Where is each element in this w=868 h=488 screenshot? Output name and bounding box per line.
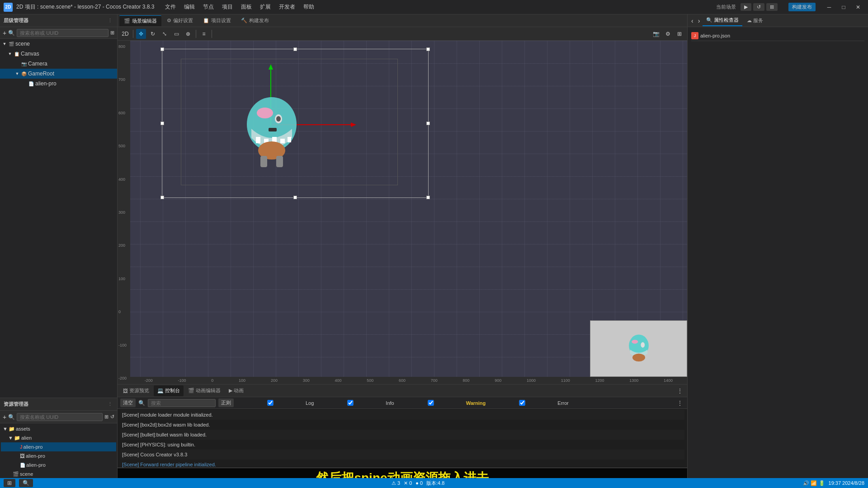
btn-2d[interactable]: 2D bbox=[120, 29, 130, 39]
build-publish-button[interactable]: 构建发布 bbox=[788, 3, 816, 11]
filter-info[interactable]: Info bbox=[316, 400, 394, 406]
tab-build[interactable]: 🔨 构建发布 bbox=[236, 15, 274, 26]
tab-properties[interactable]: 🔍 属性检查器 bbox=[703, 15, 742, 26]
menu-node[interactable]: 节点 bbox=[199, 2, 217, 12]
asset-sort-icon[interactable]: ⊞ bbox=[104, 414, 108, 420]
scene-viewport[interactable]: 800 700 600 500 400 300 200 100 0 -100 -… bbox=[118, 41, 687, 384]
hierarchy-search-input[interactable] bbox=[17, 29, 108, 37]
asset-search-input[interactable] bbox=[17, 413, 103, 421]
console-clear-button[interactable]: 清空 bbox=[120, 399, 136, 407]
svg-rect-8 bbox=[288, 137, 291, 142]
console-regex-button[interactable]: 正则 bbox=[218, 399, 234, 407]
editor-tabs: 🎬 场景编辑器 ⚙ 偏好设置 📋 项目设置 🔨 构建发布 bbox=[118, 14, 687, 27]
main-layout: 层级管理器 ⋮ + 🔍 ⊞ ▼ 🎬 scene ▼ 📋 Ca bbox=[0, 14, 868, 488]
tree-item-scene[interactable]: ▼ 🎬 scene bbox=[0, 39, 117, 49]
tree-item-alien-pro[interactable]: ▶ 📄 alien-pro bbox=[0, 79, 117, 89]
tab-animation[interactable]: ▶ 动画 bbox=[225, 385, 247, 396]
tab-services[interactable]: ☁ 服务 bbox=[743, 15, 767, 26]
play-button[interactable]: ▶ bbox=[741, 3, 751, 11]
asset-item-alien-pro-skel[interactable]: ▶ 📄 alien-pro bbox=[1, 460, 116, 469]
btn-rotate-tool[interactable]: ↻ bbox=[148, 29, 158, 39]
console-menu-icon[interactable]: ⋮ bbox=[675, 400, 684, 406]
layout-button[interactable]: ⊞ bbox=[766, 3, 778, 11]
btn-rect-tool[interactable]: ▭ bbox=[171, 29, 181, 39]
window-minimize-button[interactable]: ─ bbox=[823, 2, 835, 12]
menu-file[interactable]: 文件 bbox=[161, 2, 179, 12]
asset-add-button[interactable]: + bbox=[3, 413, 6, 421]
search-taskbar-button[interactable]: 🔍 bbox=[19, 479, 33, 487]
console-expand-icon[interactable]: ⋮ bbox=[675, 388, 685, 394]
asset-manager-settings-icon[interactable]: ⋮ bbox=[107, 400, 113, 408]
tree-item-canvas[interactable]: ▼ 📋 Canvas bbox=[0, 49, 117, 59]
tab-assets-preview[interactable]: 🖼 资源预览 bbox=[119, 385, 153, 396]
asset-item-alien-pro-png[interactable]: ▶ 🖼 alien-pro bbox=[1, 451, 116, 460]
menu-project[interactable]: 项目 bbox=[218, 2, 236, 12]
menu-edit[interactable]: 编辑 bbox=[180, 2, 198, 12]
tree-item-camera[interactable]: ▶ 📷 Camera bbox=[0, 59, 117, 69]
titlebar: 2D 2D 项目 : scene.scene* - lesson-27 - Co… bbox=[0, 0, 868, 14]
tab-console[interactable]: 💻 控制台 bbox=[154, 385, 184, 396]
asset-item-assets[interactable]: ▼ 📁 assets bbox=[1, 424, 116, 433]
hierarchy-sort-icon[interactable]: ⊞ bbox=[110, 30, 114, 36]
log-line-5: [Scene] Forward render pipeline initiali… bbox=[120, 460, 684, 468]
console-search-input[interactable] bbox=[148, 399, 216, 407]
tree-label-canvas: Canvas bbox=[21, 51, 39, 57]
btn-move-tool[interactable]: ✥ bbox=[136, 29, 146, 39]
asset-item-alien-pro-json[interactable]: ▶ J alien-pro bbox=[1, 442, 116, 451]
filter-info-checkbox[interactable] bbox=[316, 400, 384, 406]
nav-forward-button[interactable]: › bbox=[696, 17, 702, 24]
filter-warning[interactable]: Warning bbox=[397, 400, 486, 406]
asset-label-scene: scene bbox=[20, 471, 33, 477]
add-node-button[interactable]: + bbox=[3, 29, 6, 37]
tab-scene-editor[interactable]: 🎬 场景编辑器 bbox=[119, 15, 161, 26]
asset-arrow-assets: ▼ bbox=[3, 426, 8, 432]
device-selector[interactable]: 当前场景 bbox=[713, 4, 739, 10]
animation-editor-icon: 🎬 bbox=[188, 388, 194, 394]
btn-gizmo[interactable]: ⚙ bbox=[663, 29, 673, 39]
svg-point-17 bbox=[632, 353, 645, 361]
asset-manager-title: 资源管理器 bbox=[4, 401, 28, 408]
y-arrowhead bbox=[269, 64, 273, 70]
menu-help[interactable]: 帮助 bbox=[300, 2, 318, 12]
filter-warning-checkbox[interactable] bbox=[397, 400, 465, 406]
hierarchy-settings-icon[interactable]: ⋮ bbox=[107, 17, 113, 24]
window-maximize-button[interactable]: □ bbox=[837, 2, 850, 12]
filter-error[interactable]: Error bbox=[488, 400, 568, 406]
btn-align[interactable]: ≡ bbox=[199, 29, 209, 39]
asset-refresh-icon[interactable]: ↺ bbox=[110, 414, 114, 420]
reload-button[interactable]: ↺ bbox=[753, 3, 764, 11]
menu-extend[interactable]: 扩展 bbox=[256, 2, 274, 12]
asset-toolbar: + 🔍 ⊞ ↺ bbox=[0, 411, 117, 423]
btn-transform-tool[interactable]: ⊕ bbox=[183, 29, 193, 39]
log-line-0: [Scene] module loader module initialized… bbox=[120, 410, 684, 420]
filter-log-checkbox[interactable] bbox=[236, 400, 304, 406]
start-button[interactable]: ⊞ bbox=[4, 479, 15, 487]
asset-item-scene[interactable]: ▶ 🎬 scene bbox=[1, 469, 116, 479]
asset-item-alien[interactable]: ▼ 📁 alien bbox=[1, 433, 116, 442]
log-line-4: [Scene] Cocos Creator v3.8.3 bbox=[120, 450, 684, 460]
log-line-3: [Scene] [PHYSICS]: using builtin. bbox=[120, 440, 684, 450]
svg-point-16 bbox=[641, 342, 645, 347]
right-tabs: ‹ › 🔍 属性检查器 ☁ 服务 bbox=[688, 14, 868, 27]
btn-scale-tool[interactable]: ⤡ bbox=[160, 29, 170, 39]
alien-pro-png-icon: 🖼 bbox=[20, 453, 25, 459]
assets-preview-label: 资源预览 bbox=[129, 387, 149, 394]
btn-camera[interactable]: 📷 bbox=[651, 29, 661, 39]
btn-viewport-max[interactable]: ⊞ bbox=[675, 29, 684, 39]
clock: 19:37 2024/8/28 bbox=[829, 480, 864, 486]
nav-back-button[interactable]: ‹ bbox=[689, 17, 695, 24]
tree-item-gameroot[interactable]: ▼ 📦 GameRoot bbox=[0, 69, 117, 79]
build-tab-icon: 🔨 bbox=[241, 18, 247, 23]
filter-info-label: Info bbox=[386, 400, 394, 406]
filter-error-checkbox[interactable] bbox=[488, 400, 556, 406]
property-filename-label: alien-pro.json bbox=[700, 33, 864, 38]
menu-panel[interactable]: 面板 bbox=[237, 2, 255, 12]
tab-project-settings[interactable]: 📋 项目设置 bbox=[198, 15, 236, 26]
alien-character[interactable] bbox=[238, 88, 306, 169]
menu-developer[interactable]: 开发者 bbox=[275, 2, 299, 12]
filter-log[interactable]: Log bbox=[236, 400, 314, 406]
warning-count: ⚠ 3 bbox=[392, 480, 400, 486]
window-close-button[interactable]: ✕ bbox=[852, 2, 864, 12]
tab-preferences[interactable]: ⚙ 偏好设置 bbox=[162, 15, 198, 26]
tab-animation-editor[interactable]: 🎬 动画编辑器 bbox=[184, 385, 224, 396]
